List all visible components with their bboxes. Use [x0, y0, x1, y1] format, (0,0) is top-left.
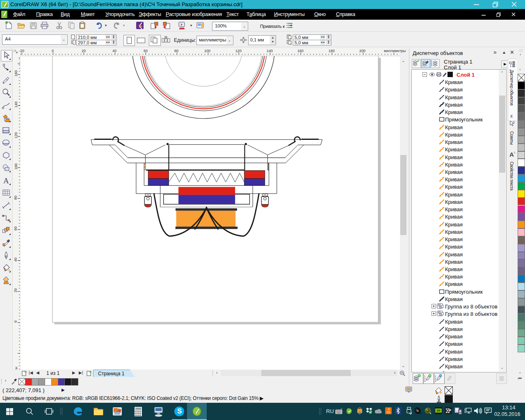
svg-text:A: A — [3, 176, 9, 185]
svg-text:?: ? — [513, 121, 515, 125]
svg-text:3: 3 — [424, 380, 426, 382]
svg-text:x: x — [290, 37, 291, 39]
svg-text:А: А — [509, 151, 514, 158]
svg-text:y: y — [290, 43, 291, 45]
svg-text:3: 3 — [431, 64, 432, 66]
svg-text:3: 3 — [435, 380, 436, 382]
